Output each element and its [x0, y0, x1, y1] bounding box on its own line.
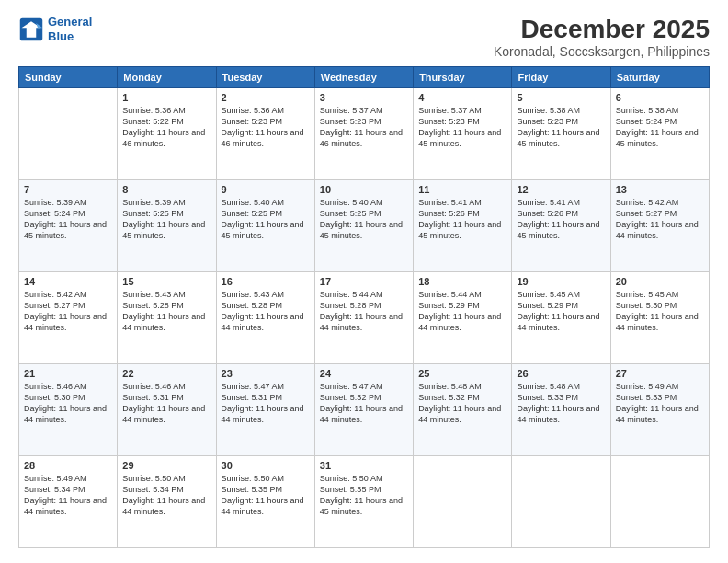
day-number: 8: [122, 184, 210, 195]
calendar-cell: [414, 456, 512, 548]
day-info: Sunrise: 5:47 AMSunset: 5:31 PMDaylight:…: [222, 381, 310, 426]
day-number: 6: [616, 92, 704, 103]
day-info: Sunrise: 5:42 AMSunset: 5:27 PMDaylight:…: [616, 197, 704, 242]
calendar-cell: 25Sunrise: 5:48 AMSunset: 5:32 PMDayligh…: [414, 364, 512, 456]
calendar-week-row: 1Sunrise: 5:36 AMSunset: 5:22 PMDaylight…: [19, 88, 710, 180]
page: General Blue December 2025 Koronadal, So…: [0, 0, 728, 563]
calendar-cell: 16Sunrise: 5:43 AMSunset: 5:28 PMDayligh…: [216, 272, 314, 364]
calendar-cell: [512, 456, 610, 548]
calendar-cell: 27Sunrise: 5:49 AMSunset: 5:33 PMDayligh…: [610, 364, 709, 456]
calendar-cell: 10Sunrise: 5:40 AMSunset: 5:25 PMDayligh…: [314, 180, 413, 272]
calendar-cell: 5Sunrise: 5:38 AMSunset: 5:23 PMDaylight…: [512, 88, 610, 180]
day-number: 21: [24, 368, 112, 379]
day-info: Sunrise: 5:37 AMSunset: 5:23 PMDaylight:…: [320, 105, 408, 150]
day-number: 30: [222, 460, 310, 471]
title-block: December 2025 Koronadal, Soccsksargen, P…: [494, 15, 710, 59]
day-number: 12: [517, 184, 605, 195]
calendar-table: SundayMondayTuesdayWednesdayThursdayFrid…: [18, 66, 710, 548]
day-number: 24: [320, 368, 408, 379]
calendar-week-row: 14Sunrise: 5:42 AMSunset: 5:27 PMDayligh…: [19, 272, 710, 364]
day-number: 23: [222, 368, 310, 379]
day-number: 26: [517, 368, 605, 379]
calendar-cell: 28Sunrise: 5:49 AMSunset: 5:34 PMDayligh…: [19, 456, 118, 548]
day-info: Sunrise: 5:38 AMSunset: 5:23 PMDaylight:…: [517, 105, 605, 150]
calendar-cell: 9Sunrise: 5:40 AMSunset: 5:25 PMDaylight…: [216, 180, 314, 272]
day-info: Sunrise: 5:42 AMSunset: 5:27 PMDaylight:…: [24, 289, 112, 334]
day-info: Sunrise: 5:46 AMSunset: 5:30 PMDaylight:…: [24, 381, 112, 426]
calendar-cell: 7Sunrise: 5:39 AMSunset: 5:24 PMDaylight…: [19, 180, 118, 272]
logo-line1: General: [48, 15, 92, 29]
day-info: Sunrise: 5:43 AMSunset: 5:28 PMDaylight:…: [122, 289, 210, 334]
day-info: Sunrise: 5:40 AMSunset: 5:25 PMDaylight:…: [222, 197, 310, 242]
calendar-cell: [610, 456, 709, 548]
day-number: 29: [122, 460, 210, 471]
day-info: Sunrise: 5:49 AMSunset: 5:33 PMDaylight:…: [616, 381, 704, 426]
calendar-cell: 17Sunrise: 5:44 AMSunset: 5:28 PMDayligh…: [314, 272, 413, 364]
calendar-cell: 30Sunrise: 5:50 AMSunset: 5:35 PMDayligh…: [216, 456, 314, 548]
day-header-tuesday: Tuesday: [216, 67, 314, 88]
day-info: Sunrise: 5:50 AMSunset: 5:35 PMDaylight:…: [222, 473, 310, 518]
calendar-cell: 8Sunrise: 5:39 AMSunset: 5:25 PMDaylight…: [118, 180, 216, 272]
day-number: 4: [418, 92, 506, 103]
calendar-cell: [19, 88, 118, 180]
calendar-cell: 6Sunrise: 5:38 AMSunset: 5:24 PMDaylight…: [610, 88, 709, 180]
day-number: 14: [24, 276, 112, 287]
subtitle: Koronadal, Soccsksargen, Philippines: [494, 44, 710, 59]
day-info: Sunrise: 5:37 AMSunset: 5:23 PMDaylight:…: [418, 105, 506, 150]
calendar-week-row: 28Sunrise: 5:49 AMSunset: 5:34 PMDayligh…: [19, 456, 710, 548]
day-header-thursday: Thursday: [414, 67, 512, 88]
calendar-cell: 31Sunrise: 5:50 AMSunset: 5:35 PMDayligh…: [314, 456, 413, 548]
calendar-cell: 24Sunrise: 5:47 AMSunset: 5:32 PMDayligh…: [314, 364, 413, 456]
day-info: Sunrise: 5:45 AMSunset: 5:29 PMDaylight:…: [517, 289, 605, 334]
day-number: 7: [24, 184, 112, 195]
calendar-cell: 18Sunrise: 5:44 AMSunset: 5:29 PMDayligh…: [414, 272, 512, 364]
main-title: December 2025: [494, 15, 710, 44]
calendar-cell: 26Sunrise: 5:48 AMSunset: 5:33 PMDayligh…: [512, 364, 610, 456]
day-info: Sunrise: 5:50 AMSunset: 5:34 PMDaylight:…: [122, 473, 210, 518]
day-number: 11: [418, 184, 506, 195]
calendar-cell: 12Sunrise: 5:41 AMSunset: 5:26 PMDayligh…: [512, 180, 610, 272]
calendar-cell: 14Sunrise: 5:42 AMSunset: 5:27 PMDayligh…: [19, 272, 118, 364]
day-info: Sunrise: 5:44 AMSunset: 5:29 PMDaylight:…: [418, 289, 506, 334]
calendar-week-row: 7Sunrise: 5:39 AMSunset: 5:24 PMDaylight…: [19, 180, 710, 272]
day-number: 10: [320, 184, 408, 195]
calendar-cell: 20Sunrise: 5:45 AMSunset: 5:30 PMDayligh…: [610, 272, 709, 364]
calendar-cell: 19Sunrise: 5:45 AMSunset: 5:29 PMDayligh…: [512, 272, 610, 364]
day-info: Sunrise: 5:40 AMSunset: 5:25 PMDaylight:…: [320, 197, 408, 242]
day-info: Sunrise: 5:36 AMSunset: 5:23 PMDaylight:…: [222, 105, 310, 150]
calendar-cell: 1Sunrise: 5:36 AMSunset: 5:22 PMDaylight…: [118, 88, 216, 180]
calendar-header-row: SundayMondayTuesdayWednesdayThursdayFrid…: [19, 67, 710, 88]
day-info: Sunrise: 5:48 AMSunset: 5:33 PMDaylight:…: [517, 381, 605, 426]
day-number: 17: [320, 276, 408, 287]
day-number: 13: [616, 184, 704, 195]
day-number: 16: [222, 276, 310, 287]
day-header-saturday: Saturday: [610, 67, 709, 88]
calendar-cell: 23Sunrise: 5:47 AMSunset: 5:31 PMDayligh…: [216, 364, 314, 456]
logo-icon: [18, 17, 44, 42]
header: General Blue December 2025 Koronadal, So…: [18, 15, 710, 59]
day-info: Sunrise: 5:44 AMSunset: 5:28 PMDaylight:…: [320, 289, 408, 334]
day-number: 28: [24, 460, 112, 471]
day-number: 25: [418, 368, 506, 379]
day-header-friday: Friday: [512, 67, 610, 88]
day-info: Sunrise: 5:39 AMSunset: 5:25 PMDaylight:…: [122, 197, 210, 242]
day-info: Sunrise: 5:36 AMSunset: 5:22 PMDaylight:…: [122, 105, 210, 150]
calendar-cell: 22Sunrise: 5:46 AMSunset: 5:31 PMDayligh…: [118, 364, 216, 456]
day-number: 31: [320, 460, 408, 471]
day-info: Sunrise: 5:41 AMSunset: 5:26 PMDaylight:…: [418, 197, 506, 242]
calendar-cell: 3Sunrise: 5:37 AMSunset: 5:23 PMDaylight…: [314, 88, 413, 180]
calendar-cell: 11Sunrise: 5:41 AMSunset: 5:26 PMDayligh…: [414, 180, 512, 272]
calendar-cell: 29Sunrise: 5:50 AMSunset: 5:34 PMDayligh…: [118, 456, 216, 548]
day-info: Sunrise: 5:47 AMSunset: 5:32 PMDaylight:…: [320, 381, 408, 426]
day-header-monday: Monday: [118, 67, 216, 88]
day-number: 27: [616, 368, 704, 379]
day-info: Sunrise: 5:41 AMSunset: 5:26 PMDaylight:…: [517, 197, 605, 242]
day-info: Sunrise: 5:48 AMSunset: 5:32 PMDaylight:…: [418, 381, 506, 426]
day-info: Sunrise: 5:50 AMSunset: 5:35 PMDaylight:…: [320, 473, 408, 518]
calendar-cell: 2Sunrise: 5:36 AMSunset: 5:23 PMDaylight…: [216, 88, 314, 180]
day-number: 5: [517, 92, 605, 103]
day-info: Sunrise: 5:45 AMSunset: 5:30 PMDaylight:…: [616, 289, 704, 334]
day-header-sunday: Sunday: [19, 67, 118, 88]
day-number: 20: [616, 276, 704, 287]
day-number: 9: [222, 184, 310, 195]
